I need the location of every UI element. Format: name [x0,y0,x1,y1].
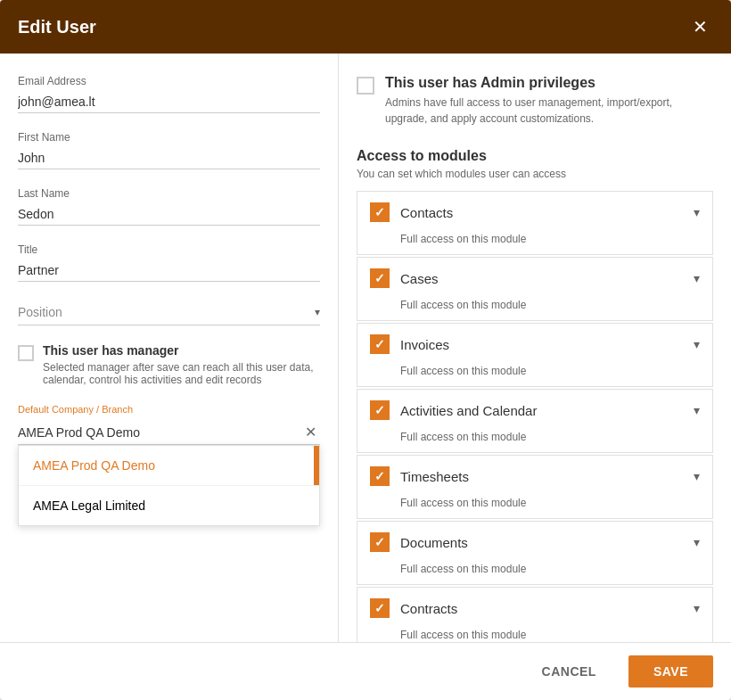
module-header-5[interactable]: ✓ Documents ▾ [357,522,712,563]
last-name-label: Last Name [18,187,320,200]
module-access-5: Full access on this module [357,563,712,584]
module-header-1[interactable]: ✓ Cases ▾ [357,258,712,299]
modal-footer: CANCEL SAVE [0,642,731,700]
module-name-6: Contracts [400,601,694,616]
admin-text: This user has Admin privileges Admins ha… [385,75,713,127]
module-checkbox-4[interactable]: ✓ [370,466,390,486]
module-chevron-6: ▾ [694,601,700,615]
company-clear-button[interactable]: ✕ [301,424,320,441]
first-name-label: First Name [18,131,320,144]
module-checkbox-2[interactable]: ✓ [370,334,390,354]
module-access-3: Full access on this module [357,431,712,452]
module-checkbox-1[interactable]: ✓ [370,268,390,288]
module-chevron-0: ▾ [694,205,700,219]
module-access-2: Full access on this module [357,365,712,386]
module-chevron-4: ▾ [694,469,700,483]
admin-section: This user has Admin privileges Admins ha… [357,75,713,127]
company-input[interactable] [18,425,301,440]
admin-desc: Admins have full access to user manageme… [385,95,713,127]
title-input[interactable] [18,259,320,282]
chevron-down-icon: ▾ [315,306,320,318]
module-name-4: Timesheets [400,469,694,484]
edit-user-modal: Edit User ✕ Email Address First Name Las… [0,0,731,700]
module-access-6: Full access on this module [357,629,712,642]
modal-header: Edit User ✕ [0,0,731,54]
module-access-1: Full access on this module [357,299,712,320]
email-field-group: Email Address [18,75,320,113]
module-name-1: Cases [400,271,694,286]
title-field-group: Title [18,243,320,282]
module-chevron-1: ▾ [694,271,700,285]
email-label: Email Address [18,75,320,87]
module-name-5: Documents [400,535,694,550]
module-checkbox-3[interactable]: ✓ [370,400,390,420]
module-row: ✓ Cases ▾ Full access on this module [357,257,713,321]
manager-text: This user has manager Selected manager a… [43,343,320,386]
selected-bar [314,446,319,485]
modal-body: Email Address First Name Last Name Title… [0,54,731,642]
modal-title: Edit User [18,17,96,37]
module-row: ✓ Contacts ▾ Full access on this module [357,191,713,255]
close-button[interactable]: ✕ [687,16,713,37]
last-name-input[interactable] [18,203,320,226]
company-dropdown: AMEA Prod QA Demo AMEA Legal Limited [18,445,320,526]
module-row: ✓ Invoices ▾ Full access on this module [357,323,713,387]
modules-list: ✓ Contacts ▾ Full access on this module … [357,191,713,642]
module-checkbox-5[interactable]: ✓ [370,532,390,552]
save-button[interactable]: SAVE [628,655,713,688]
module-chevron-3: ▾ [694,403,700,417]
module-header-3[interactable]: ✓ Activities and Calendar ▾ [357,390,712,431]
right-panel: This user has Admin privileges Admins ha… [339,54,731,642]
left-panel: Email Address First Name Last Name Title… [0,54,339,642]
module-header-6[interactable]: ✓ Contracts ▾ [357,588,712,629]
cancel-button[interactable]: CANCEL [521,655,618,688]
dropdown-item-label: AMEA Prod QA Demo [33,458,155,473]
module-header-2[interactable]: ✓ Invoices ▾ [357,324,712,365]
module-row: ✓ Activities and Calendar ▾ Full access … [357,389,713,453]
access-desc: You can set which modules user can acces… [357,168,713,180]
first-name-field-group: First Name [18,131,320,169]
module-chevron-2: ▾ [694,337,700,351]
module-header-0[interactable]: ✓ Contacts ▾ [357,192,712,233]
manager-checkbox-row: This user has manager Selected manager a… [18,343,320,386]
module-checkbox-0[interactable]: ✓ [370,202,390,222]
dropdown-item-label: AMEA Legal Limited [33,498,145,513]
admin-title: This user has Admin privileges [385,75,713,91]
admin-checkbox[interactable] [357,77,374,95]
last-name-field-group: Last Name [18,187,320,226]
manager-checkbox[interactable] [18,345,34,361]
title-label: Title [18,243,320,256]
module-access-0: Full access on this module [357,233,712,254]
module-row: ✓ Timesheets ▾ Full access on this modul… [357,455,713,519]
module-chevron-5: ▾ [694,535,700,549]
dropdown-item-amea-legal[interactable]: AMEA Legal Limited [19,486,319,525]
module-name-0: Contacts [400,205,694,220]
module-row: ✓ Documents ▾ Full access on this module [357,521,713,585]
email-input[interactable] [18,91,320,113]
access-title: Access to modules [357,148,713,164]
company-section: Default Company / Branch ✕ AMEA Prod QA … [18,404,320,445]
first-name-input[interactable] [18,147,320,169]
module-header-4[interactable]: ✓ Timesheets ▾ [357,456,712,497]
module-checkbox-6[interactable]: ✓ [370,598,390,618]
module-name-2: Invoices [400,337,694,352]
position-row[interactable]: Position ▾ [18,300,320,325]
company-input-wrapper: ✕ [18,420,320,445]
dropdown-item-amea-prod[interactable]: AMEA Prod QA Demo [19,446,319,486]
module-name-3: Activities and Calendar [400,403,694,418]
module-row: ✓ Contracts ▾ Full access on this module [357,587,713,642]
module-access-4: Full access on this module [357,497,712,518]
position-label: Position [18,305,62,319]
company-label: Default Company / Branch [18,404,320,415]
manager-label: This user has manager [43,343,320,358]
manager-desc: Selected manager after save can reach al… [43,361,320,386]
